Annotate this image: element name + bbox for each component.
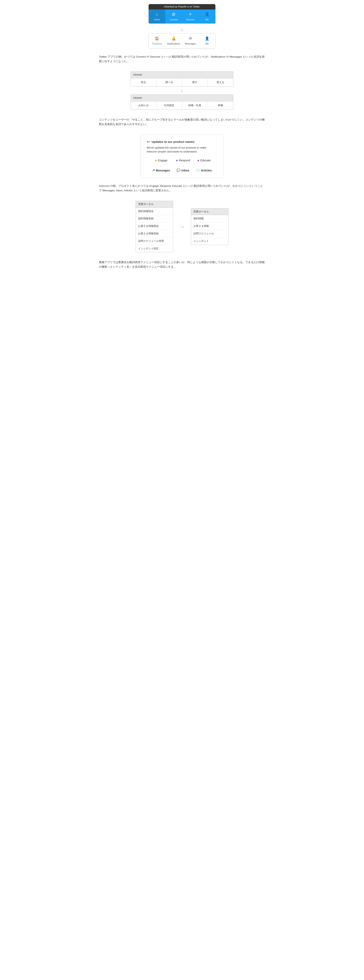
intranet-after-cell-1: 社内規定 — [156, 102, 182, 110]
rename-educate: ● Educate ↓ 📄 Articles — [196, 158, 212, 173]
home-icon: ⌂ — [156, 11, 158, 17]
twitter-section: #StanleyCup Playoffs is on Twitter. ⌂ Ho… — [99, 4, 265, 49]
rename-respond: ● Respond ↓ 💬 Inbox — [176, 158, 190, 173]
timelines-icon: 🏠 — [155, 36, 159, 41]
rename-new-messages: ↗ Messages — [152, 168, 170, 173]
intranet-before-table: Intranet 知る 調べる 探す 覚える — [131, 72, 233, 87]
educate-dot-icon: ● — [197, 158, 200, 163]
portal-description: 業務アプリでは業務名を動詞表現でメニュー項目にすることが多いが、同じような画面が… — [99, 260, 265, 269]
articles-new-icon: 📄 — [196, 168, 200, 173]
portal-after-row-1: お客さま情報 — [191, 223, 228, 230]
messages-new-icon: ↗ — [152, 168, 155, 173]
respond-label: Respond — [179, 158, 190, 162]
portal-before-row-1: 契約情報登録 — [136, 215, 173, 223]
twitter-old-nav: ⌂ Home @ Connect # Discover 👤 Me — [148, 10, 216, 23]
portal-after-row-0: 契約情報 — [191, 215, 228, 223]
portal-before-row-4: 訪問スケジュール管理 — [136, 237, 173, 245]
intercom-box: 👀 Updates to our product names We've upd… — [140, 135, 224, 178]
intranet-after-rows: お知らせ 社内規定 組織・社員 研修 — [131, 102, 233, 110]
twitter-old-app: #StanleyCup Playoffs is on Twitter. ⌂ Ho… — [148, 4, 216, 24]
nav-item-home[interactable]: ⌂ Home — [148, 10, 165, 23]
nav-label-connect: Connect — [169, 18, 178, 22]
twitter-banner: #StanleyCup Playoffs is on Twitter. — [148, 4, 216, 10]
twitter-new-app: 🏠 Timelines 🔔 Notifications ✉ Messages 👤… — [148, 33, 216, 49]
intranet-after-header: Intranet — [131, 95, 233, 102]
person-icon-old: 👤 — [205, 11, 209, 17]
intranet-before-cell-2: 探す — [182, 78, 208, 86]
messages-new-label: Messages — [156, 168, 170, 173]
inbox-new-icon: 💬 — [176, 168, 180, 173]
portal-before-row-3: お客さま情報登録 — [136, 230, 173, 237]
portal-after-row-3: インシデント — [191, 237, 228, 245]
person-icon-new: 👤 — [205, 36, 209, 41]
portal-before-table: 営業ポータル 契約情報照会 契約情報登録 お客さま情報照会 お客さま情報登録 訪… — [136, 201, 173, 253]
portal-before-row-2: お客さま情報照会 — [136, 223, 173, 230]
nav-item-messages[interactable]: ✉ Messages — [182, 33, 199, 48]
nav-label-home: Home — [154, 18, 160, 22]
articles-new-label: Articles — [201, 168, 212, 173]
intranet-after-cell-3: 研修 — [208, 102, 233, 110]
intranet-description: コンテンツをユーザーの「やること」別にグループ化するとラベルが抽象度の高い動詞に… — [99, 118, 265, 127]
twitter-description: Twitter アプリの例。かつては Connect や Discover とい… — [99, 55, 265, 64]
bell-icon: 🔔 — [172, 36, 176, 41]
portal-before-header: 営業ポータル — [136, 201, 173, 208]
arrow-down-twitter: ↓ — [180, 26, 184, 32]
nav-item-me-new[interactable]: 👤 Me — [199, 33, 216, 48]
rename-arrow-engage: ↓ — [160, 164, 162, 168]
rename-new-articles: 📄 Articles — [196, 168, 212, 173]
twitter-new-nav: 🏠 Timelines 🔔 Notifications ✉ Messages 👤… — [148, 33, 216, 49]
nav-label-messages: Messages — [185, 42, 196, 46]
intranet-before-rows: 知る 調べる 探す 覚える — [131, 78, 233, 86]
rename-engage: ● Engage ↓ ↗ Messages — [152, 158, 170, 173]
nav-label-me-old: Me — [206, 18, 208, 22]
portal-before-row-5: インシデント対応 — [136, 245, 173, 252]
messages-icon: ✉ — [189, 36, 192, 41]
eyes-icon: 👀 — [147, 140, 150, 144]
nav-item-connect[interactable]: @ Connect — [165, 10, 182, 23]
educate-label: Educate — [200, 158, 211, 162]
intranet-before-cell-3: 覚える — [208, 78, 233, 86]
intranet-section: Intranet 知る 調べる 探す 覚える ↓ Intranet お知らせ 社… — [99, 72, 265, 110]
portal-section: 営業ポータル 契約情報照会 契約情報登録 お客さま情報照会 お客さま情報登録 訪… — [99, 201, 265, 253]
nav-label-notifications: Notifications — [167, 42, 180, 46]
nav-item-notifications[interactable]: 🔔 Notifications — [165, 33, 182, 48]
intercom-title: 👀 Updates to our product names — [147, 140, 217, 144]
at-icon: @ — [172, 11, 176, 17]
portal-after-header: 営業ポータル — [191, 208, 228, 215]
intercom-subtitle: We've updated the names of our products … — [147, 146, 217, 154]
product-rename-container: ● Engage ↓ ↗ Messages ● Respond ↓ 💬 Inbo… — [147, 158, 217, 173]
nav-item-me-old[interactable]: 👤 Me — [199, 10, 216, 23]
nav-label-discover: Discover — [186, 18, 195, 22]
portal-before-row-0: 契約情報照会 — [136, 208, 173, 215]
rename-old-respond: ● Respond — [176, 158, 190, 163]
arrow-down-intranet: ↓ — [180, 88, 184, 93]
hash-icon: # — [189, 11, 191, 17]
rename-old-engage: ● Engage — [155, 158, 168, 163]
respond-dot-icon: ● — [176, 158, 178, 163]
intranet-before-cell-1: 調べる — [156, 78, 182, 86]
intranet-after-table: Intranet お知らせ 社内規定 組織・社員 研修 — [131, 94, 233, 110]
rename-arrow-educate: ↓ — [203, 164, 204, 168]
intranet-after-cell-2: 組織・社員 — [182, 102, 208, 110]
rename-arrow-respond: ↓ — [182, 164, 184, 168]
portal-after-row-2: 訪問スケジュール — [191, 230, 228, 237]
rename-new-inbox: 💬 Inbox — [176, 168, 189, 173]
rename-old-educate: ● Educate — [197, 158, 211, 163]
engage-dot-icon: ● — [155, 158, 157, 163]
intranet-before-header: Intranet — [131, 72, 233, 78]
intranet-before-cell-0: 知る — [131, 78, 156, 86]
inbox-new-label: Inbox — [181, 168, 189, 173]
portal-after-table: 営業ポータル 契約情報 お客さま情報 訪問スケジュール インシデント — [191, 208, 228, 245]
nav-item-timelines[interactable]: 🏠 Timelines — [148, 33, 165, 48]
nav-label-me-new: Me — [205, 42, 209, 46]
nav-item-discover[interactable]: # Discover — [182, 10, 199, 23]
intranet-after-cell-0: お知らせ — [131, 102, 156, 110]
portal-arrow: → — [179, 222, 185, 231]
intercom-title-text: Updates to our product names — [152, 140, 195, 144]
engage-label: Engage — [158, 158, 168, 162]
intercom-description: Intercom の例。プロダクト名にかつては Engage, Respond,… — [99, 184, 265, 193]
nav-label-timelines: Timelines — [152, 42, 162, 46]
